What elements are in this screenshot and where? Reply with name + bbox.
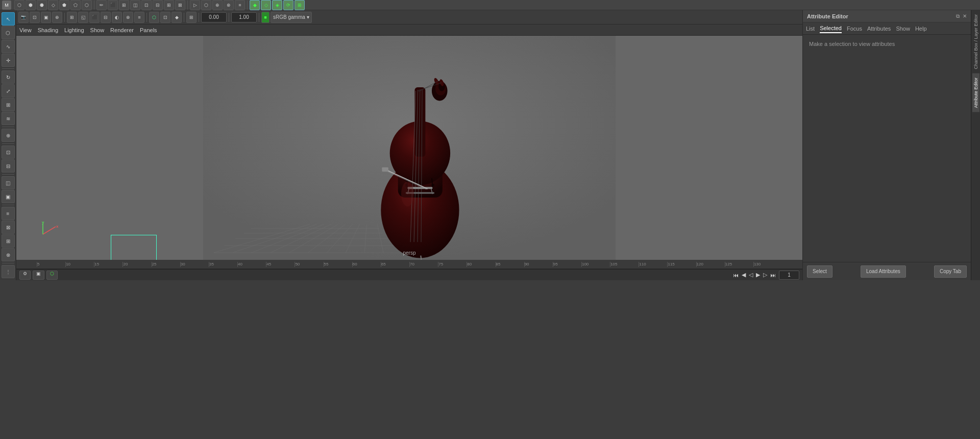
toolbar-icon-21[interactable]: ◆	[250, 0, 260, 10]
viewport-shade-btn[interactable]: ⬛	[89, 12, 100, 23]
toolbar-icon-5[interactable]: ⬟	[59, 0, 69, 10]
toolbar-icon-8[interactable]: ✏	[96, 0, 107, 10]
toolbar-icon-14[interactable]: ⊞	[164, 0, 174, 10]
load-attributes-button[interactable]: Load Attributes	[861, 265, 906, 278]
menu-shading[interactable]: Shading	[38, 27, 58, 33]
render-btn[interactable]: ◫	[2, 176, 15, 189]
toolbar-icon-17[interactable]: ⬡	[201, 0, 211, 10]
left-toolbar: ↖ ⬡ ∿ ✛ ↻ ⤢ ⊞ ≋ ⊕ ⊡ ⊟ ◫ ▣ ≡ ⊠ ⊞ ⊗ ⋮	[0, 10, 16, 280]
toolbar-icon-3[interactable]: ⬣	[37, 0, 47, 10]
toolbar-icon-7[interactable]: ⬡	[82, 0, 92, 10]
tab-selected[interactable]: Selected	[820, 24, 842, 33]
toolbar-icon-16[interactable]: ▷	[190, 0, 200, 10]
viewport-btn-1[interactable]: ⊡	[30, 12, 40, 23]
toolbar-icon-1[interactable]: ⬡	[14, 0, 24, 10]
toolbar-icon-20[interactable]: ≡	[235, 0, 245, 10]
prev-frame-btn[interactable]: ◀	[741, 272, 747, 278]
tab-show[interactable]: Show	[896, 25, 910, 33]
viewport-btn-3[interactable]: ⊕	[52, 12, 62, 23]
show-manip-btn[interactable]: ⊕	[2, 129, 15, 142]
mark-95: 95	[553, 262, 581, 267]
menu-renderer[interactable]: Renderer	[110, 27, 134, 33]
tab-attributes[interactable]: Attributes	[867, 25, 891, 33]
toolbar-icon-10[interactable]: ⊞	[119, 0, 129, 10]
snap-btn-1[interactable]: ⊡	[2, 145, 15, 159]
toolbar-icon-4[interactable]: ◇	[48, 0, 58, 10]
select-tool-btn[interactable]: ↖	[2, 12, 15, 26]
viewport-menu: View Shading Lighting Show Renderer Pane…	[16, 25, 802, 36]
mark-10: 10	[65, 262, 94, 267]
skip-to-end-btn[interactable]: ⏭	[769, 272, 777, 278]
scale-btn[interactable]: ⤢	[2, 84, 15, 97]
toolbar-icon-12[interactable]: ⊡	[141, 0, 152, 10]
viewport-snap3[interactable]: ◆	[172, 12, 182, 23]
toolbar-icon-22[interactable]: ◇	[261, 0, 271, 10]
bottom-bar-btn-workspace[interactable]: ⬡	[46, 271, 58, 280]
tab-list[interactable]: List	[806, 25, 815, 33]
toolbar-icon-18[interactable]: ⊕	[212, 0, 223, 10]
toolbar-icon-15[interactable]: ⊠	[175, 0, 185, 10]
copy-tab-button[interactable]: Copy Tab	[934, 265, 967, 278]
camera-btn[interactable]: ▣	[2, 190, 15, 203]
toolbar-icon-23[interactable]: ◈	[272, 0, 282, 10]
right-panel-content: Make a selection to view attributes	[803, 35, 971, 262]
menu-show[interactable]: Show	[90, 27, 105, 33]
toolbar-icon-6[interactable]: ⬠	[70, 0, 81, 10]
panel-close-icon[interactable]: ✕	[963, 13, 967, 19]
move-btn[interactable]: ✛	[2, 54, 15, 67]
viewport-iso-btn[interactable]: ⊞	[186, 12, 197, 23]
extra-btn-1[interactable]: ≡	[2, 207, 15, 220]
toolbar-icon-25[interactable]: ⊞	[295, 0, 305, 10]
extra-btn-4[interactable]: ⊗	[2, 248, 15, 261]
panel-float-icon[interactable]: ⧉	[956, 13, 960, 19]
side-tab-channel-box[interactable]: Channel Box / Layer Editor	[972, 10, 979, 74]
extra-btn-3[interactable]: ⊞	[2, 234, 15, 248]
viewport-uv-btn[interactable]: ⊟	[101, 12, 111, 23]
tab-help[interactable]: Help	[915, 25, 927, 33]
play-btn[interactable]: ▶	[755, 272, 761, 278]
svg-text:x: x	[56, 224, 58, 229]
select-button[interactable]: Select	[807, 265, 832, 278]
side-tab-attribute-editor[interactable]: Attribute Editor	[972, 74, 979, 112]
more-btn[interactable]: ⋮	[2, 265, 15, 278]
extra-btn-2[interactable]: ⊠	[2, 221, 15, 234]
paint-select-btn[interactable]: ⬡	[2, 26, 15, 39]
skip-to-start-btn[interactable]: ⏮	[732, 272, 740, 278]
toolbar-icon-13[interactable]: ⊟	[153, 0, 163, 10]
rotate-btn[interactable]: ↻	[2, 70, 15, 84]
toolbar-icon-24[interactable]: ⟳	[283, 0, 293, 10]
viewport-ao-btn[interactable]: ⊗	[123, 12, 133, 23]
exposure-input[interactable]: 0.00	[201, 12, 227, 22]
lasso-select-btn[interactable]: ∿	[2, 40, 15, 53]
snap-btn-2[interactable]: ⊟	[2, 159, 15, 173]
menu-lighting[interactable]: Lighting	[64, 27, 84, 33]
transform-btn[interactable]: ⊞	[2, 98, 15, 111]
viewport-grid-btn[interactable]: ⊞	[67, 12, 77, 23]
menu-view[interactable]: View	[19, 27, 32, 33]
toolbar-icon-11[interactable]: ◫	[130, 0, 140, 10]
mark-85: 85	[496, 262, 524, 267]
viewport-snap1[interactable]: ⬡	[149, 12, 159, 23]
bottom-bar-btn-2[interactable]: ▣	[33, 271, 44, 280]
frame-display[interactable]: 1	[779, 271, 799, 280]
colorspace-dropdown[interactable]: sRGB gamma ▾	[271, 12, 312, 23]
viewport-light-btn[interactable]: ◐	[112, 12, 122, 23]
viewport-btn-2[interactable]: ▣	[41, 12, 51, 23]
toolbar-icon-9[interactable]: ⬛	[108, 0, 118, 10]
bottom-bar-btn-1[interactable]: ⚙	[19, 271, 31, 280]
next-frame-btn[interactable]: ▷	[762, 272, 768, 278]
playback-controls: ⏮ ◀ ◁ ▶ ▷ ⏭	[732, 272, 777, 278]
toolbar-icon-2[interactable]: ⬢	[26, 0, 36, 10]
gamma-input[interactable]: 1.00	[231, 12, 257, 22]
tab-focus[interactable]: Focus	[847, 25, 862, 33]
viewport-extra-btn[interactable]: ≡	[134, 12, 144, 23]
viewport-wire-btn[interactable]: ◱	[78, 12, 88, 23]
toolbar-icon-19[interactable]: ⊗	[224, 0, 234, 10]
viewport-canvas[interactable]: x y persp	[16, 36, 802, 260]
mark-60: 60	[352, 262, 381, 267]
camera-select-btn[interactable]: 📷	[18, 12, 29, 23]
viewport-snap2[interactable]: ⊡	[160, 12, 170, 23]
soft-mod-btn[interactable]: ≋	[2, 112, 15, 125]
play-back-btn[interactable]: ◁	[748, 272, 754, 278]
menu-panels[interactable]: Panels	[140, 27, 157, 33]
